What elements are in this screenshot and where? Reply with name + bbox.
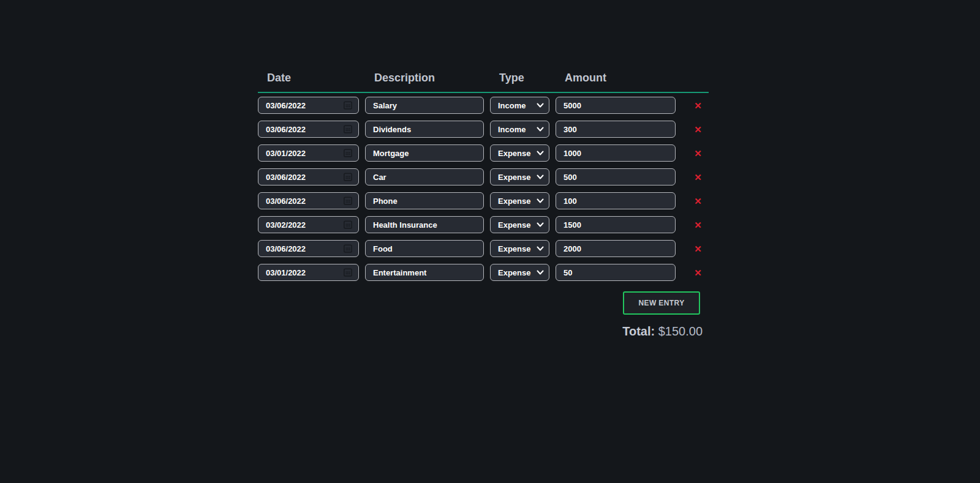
actions-bar: NEW ENTRY — [258, 291, 709, 315]
new-entry-button[interactable]: NEW ENTRY — [623, 291, 700, 315]
type-field-wrap: Income — [490, 121, 549, 138]
type-field-wrap: Expense — [490, 240, 549, 257]
type-field-wrap: Expense — [490, 264, 549, 281]
total-line: Total: $150.00 — [258, 324, 709, 339]
type-field-wrap: Expense — [490, 216, 549, 233]
amount-input[interactable] — [556, 121, 676, 138]
amount-input[interactable] — [556, 216, 676, 233]
date-field-wrap — [258, 168, 359, 185]
entry-row: Expense ✕ — [258, 264, 709, 281]
entries-list: Income ✕ — [258, 97, 709, 281]
date-field-wrap — [258, 144, 359, 162]
amount-input[interactable] — [556, 168, 676, 185]
total-label: Total: — [622, 324, 655, 338]
amount-input[interactable] — [556, 240, 676, 257]
type-select[interactable]: Expense — [490, 192, 549, 209]
header-underline — [258, 92, 709, 93]
type-select[interactable]: Income — [490, 121, 549, 138]
calendar-icon[interactable] — [343, 124, 353, 134]
delete-row-button x-icon[interactable]: ✕ — [692, 171, 704, 183]
calendar-icon[interactable] — [343, 220, 353, 230]
amount-input[interactable] — [556, 144, 676, 162]
column-header-amount: Amount — [556, 70, 676, 85]
total-value: $150.00 — [658, 324, 703, 338]
column-header-date: Date — [258, 70, 359, 85]
entry-row: Expense ✕ — [258, 240, 709, 257]
description-input[interactable] — [365, 192, 484, 209]
entry-row: Income ✕ — [258, 121, 709, 138]
entry-row: Expense ✕ — [258, 192, 709, 209]
column-header-type: Type — [490, 70, 549, 85]
entry-row: Expense ✕ — [258, 216, 709, 233]
delete-row-button x-icon[interactable]: ✕ — [692, 219, 704, 231]
delete-row-button x-icon[interactable]: ✕ — [692, 267, 704, 279]
entry-row: Income ✕ — [258, 97, 709, 114]
date-field-wrap — [258, 216, 359, 233]
delete-row-button x-icon[interactable]: ✕ — [692, 195, 704, 207]
column-header-description: Description — [365, 70, 484, 85]
table-header: Date Description Type Amount — [258, 70, 709, 85]
description-input[interactable] — [365, 240, 484, 257]
description-input[interactable] — [365, 264, 484, 281]
date-field-wrap — [258, 121, 359, 138]
type-field-wrap: Expense — [490, 168, 549, 185]
description-input[interactable] — [365, 121, 484, 138]
date-field-wrap — [258, 264, 359, 281]
type-field-wrap: Expense — [490, 192, 549, 209]
type-select[interactable]: Expense — [490, 240, 549, 257]
budget-tracker-app: Date Description Type Amount — [258, 70, 709, 339]
type-select[interactable]: Income — [490, 97, 549, 114]
amount-input[interactable] — [556, 192, 676, 209]
type-field-wrap: Income — [490, 97, 549, 114]
delete-row-button x-icon[interactable]: ✕ — [692, 148, 704, 159]
entry-row: Expense ✕ — [258, 144, 709, 162]
amount-input[interactable] — [556, 97, 676, 114]
type-select[interactable]: Expense — [490, 264, 549, 281]
delete-row-button x-icon[interactable]: ✕ — [692, 100, 704, 111]
amount-input[interactable] — [556, 264, 676, 281]
date-field-wrap — [258, 192, 359, 209]
type-select[interactable]: Expense — [490, 144, 549, 162]
calendar-icon[interactable] — [343, 268, 353, 277]
type-select[interactable]: Expense — [490, 216, 549, 233]
calendar-icon[interactable] — [343, 172, 353, 182]
date-field-wrap — [258, 240, 359, 257]
entry-row: Expense ✕ — [258, 168, 709, 185]
date-field-wrap — [258, 97, 359, 114]
type-field-wrap: Expense — [490, 144, 549, 162]
calendar-icon[interactable] — [343, 148, 353, 158]
description-input[interactable] — [365, 168, 484, 185]
description-input[interactable] — [365, 144, 484, 162]
description-input[interactable] — [365, 216, 484, 233]
calendar-icon[interactable] — [343, 244, 353, 253]
description-input[interactable] — [365, 97, 484, 114]
type-select[interactable]: Expense — [490, 168, 549, 185]
calendar-icon[interactable] — [343, 196, 353, 206]
delete-row-button x-icon[interactable]: ✕ — [692, 124, 704, 135]
calendar-icon[interactable] — [343, 100, 353, 110]
delete-row-button x-icon[interactable]: ✕ — [692, 243, 704, 255]
